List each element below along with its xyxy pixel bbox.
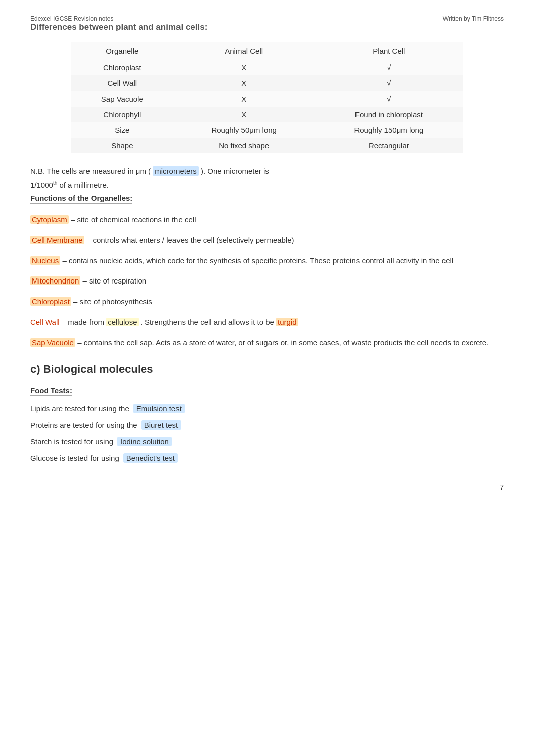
table-row: ShapeNo fixed shapeRectangular (71, 138, 463, 153)
cell-wall-section: Cell Wall – made from cellulose . Streng… (30, 316, 504, 329)
iodine-highlight: Iodine solution (117, 437, 172, 446)
table-header-row: Organelle Animal Cell Plant Cell (71, 42, 463, 60)
mitochondrion-name: Mitochondrion (30, 276, 80, 285)
col-organelle: Organelle (71, 42, 173, 60)
chloroplast-name: Chloroplast (30, 297, 71, 306)
benedicts-highlight: Benedict's test (123, 453, 178, 463)
bio-molecules-heading: c) Biological molecules (30, 363, 504, 376)
nb-section: N.B. The cells are measured in μm ( micr… (30, 165, 504, 177)
cell-membrane-section: Cell Membrane – controls what enters / l… (30, 234, 504, 247)
organelle-table: Organelle Animal Cell Plant Cell Chlorop… (71, 42, 463, 153)
cytoplasm-name: Cytoplasm (30, 215, 69, 224)
mitochondrion-section: Mitochondrion – site of respiration (30, 275, 504, 288)
emulsion-test-highlight: Emulsion test (133, 404, 185, 413)
starch-test: Starch is tested for using Iodine soluti… (30, 437, 504, 446)
sap-vacuole-section: Sap Vacuole – contains the cell sap. Act… (30, 337, 504, 349)
functions-title: Functions of the Organelles: (30, 194, 132, 204)
sap-vacuole-name: Sap Vacuole (30, 338, 75, 347)
table-row: Cell WallX√ (71, 75, 463, 91)
table-container: Organelle Animal Cell Plant Cell Chlorop… (71, 42, 463, 153)
food-tests-title: Food Tests: (30, 386, 72, 396)
page-title: Differences between plant and animal cel… (30, 22, 207, 32)
table-row: ChlorophyllXFound in chloroplast (71, 107, 463, 122)
cytoplasm-section: Cytoplasm – site of chemical reactions i… (30, 214, 504, 226)
header: Edexcel IGCSE Revision notes Differences… (30, 15, 504, 41)
chloroplast-section: Chloroplast – site of photosynthesis (30, 296, 504, 308)
cell-wall-name: Cell Wall (30, 318, 60, 326)
food-tests-list: Lipids are tested for using the Emulsion… (30, 404, 504, 463)
table-row: ChloroplastX√ (71, 60, 463, 75)
nucleus-section: Nucleus – contains nucleic acids, which … (30, 255, 504, 267)
cellulose-highlight: cellulose (106, 318, 138, 326)
col-animal: Animal Cell (173, 42, 315, 60)
page-number: 7 (30, 483, 504, 491)
organelles-list: Cytoplasm – site of chemical reactions i… (30, 214, 504, 349)
lipids-test: Lipids are tested for using the Emulsion… (30, 404, 504, 413)
glucose-test: Glucose is tested for using Benedict's t… (30, 453, 504, 463)
micrometers-highlight: micrometers (153, 166, 199, 176)
biuret-test-highlight: Biuret test (141, 420, 182, 430)
cell-membrane-name: Cell Membrane (30, 236, 84, 244)
header-left: Edexcel IGCSE Revision notes Differences… (30, 15, 207, 41)
turgid-highlight: turgid (276, 318, 298, 326)
header-right: Written by Tim Filtness (443, 15, 504, 41)
nucleus-name: Nucleus (30, 256, 60, 265)
col-plant: Plant Cell (315, 42, 463, 60)
table-row: SizeRoughly 50μm longRoughly 150μm long (71, 122, 463, 138)
proteins-test: Proteins are tested for using the Biuret… (30, 420, 504, 430)
table-row: Sap VacuoleX√ (71, 91, 463, 107)
nb-line2: 1/1000th of a millimetre. (30, 179, 504, 192)
